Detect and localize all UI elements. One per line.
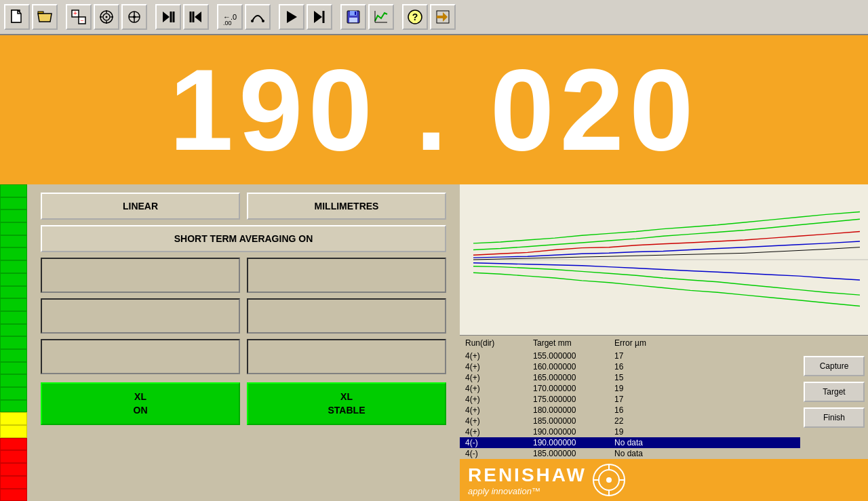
cell-error: 22 bbox=[614, 416, 696, 426]
cell-error: No data bbox=[614, 449, 696, 458]
right-panel: +25 -25 bbox=[460, 184, 868, 501]
cell-error: No data bbox=[614, 438, 696, 447]
gauge-segment-20 bbox=[0, 438, 27, 451]
svg-text:?: ? bbox=[412, 12, 418, 22]
header-error: Error µm bbox=[614, 338, 696, 348]
gauge-segment-18 bbox=[0, 412, 27, 425]
averaging-button[interactable]: SHORT TERM AVERAGING ON bbox=[41, 225, 446, 252]
table-row[interactable]: 4(+)160.00000016 bbox=[460, 361, 800, 372]
header-run: Run(dir) bbox=[465, 338, 533, 348]
linear-button[interactable]: LINEAR bbox=[41, 193, 240, 220]
cell-error: 19 bbox=[614, 384, 696, 393]
xl-on-label: XL bbox=[49, 390, 232, 404]
help-button[interactable]: ? bbox=[402, 4, 428, 30]
gauge-segment-14 bbox=[0, 362, 27, 375]
crosshair-button[interactable] bbox=[121, 4, 147, 30]
cell-run: 4(+) bbox=[465, 373, 533, 382]
cell-error: 16 bbox=[614, 405, 696, 415]
table-row[interactable]: 4(+)155.00000017 bbox=[460, 350, 800, 361]
cell-run: 4(-) bbox=[465, 449, 533, 458]
table-body[interactable]: 4(+)155.000000174(+)160.000000164(+)165.… bbox=[460, 350, 800, 459]
gauge-segment-10 bbox=[0, 311, 27, 324]
svg-text:.00: .00 bbox=[223, 20, 232, 25]
plusminus-button[interactable]: + − bbox=[66, 4, 92, 30]
cell-error: 17 bbox=[614, 351, 696, 361]
svg-marker-17 bbox=[163, 12, 170, 22]
gauge-segment-2 bbox=[0, 209, 27, 222]
xl-stable-label: XL bbox=[255, 390, 438, 404]
target-button[interactable] bbox=[94, 4, 119, 30]
gauge-segment-15 bbox=[0, 374, 27, 387]
table-row[interactable]: 4(+)165.00000015 bbox=[460, 372, 800, 383]
table-row[interactable]: 4(+)175.00000017 bbox=[460, 394, 800, 405]
svg-point-16 bbox=[133, 16, 136, 18]
table-row[interactable]: 4(+)185.00000022 bbox=[460, 416, 800, 426]
gauge-segment-21 bbox=[0, 450, 27, 463]
run1-button[interactable] bbox=[155, 4, 181, 30]
cell-run: 4(+) bbox=[465, 351, 533, 361]
finish-button[interactable]: Finish bbox=[804, 407, 865, 428]
table-body-wrapper: 4(+)155.000000174(+)160.000000164(+)165.… bbox=[460, 350, 868, 459]
gauge-segment-13 bbox=[0, 349, 27, 362]
chart-area: +25 -25 bbox=[460, 184, 868, 336]
gauge-segment-17 bbox=[0, 400, 27, 413]
gauge-segment-19 bbox=[0, 425, 27, 438]
cell-run: 4(+) bbox=[465, 395, 533, 404]
cell-target: 185.000000 bbox=[533, 449, 614, 458]
table-row[interactable]: 4(+)170.00000019 bbox=[460, 383, 800, 394]
run2-button[interactable] bbox=[183, 4, 209, 30]
cell-run: 4(+) bbox=[465, 427, 533, 437]
table-row[interactable]: 4(-)185.000000No data bbox=[460, 448, 800, 459]
empty-box-2 bbox=[247, 258, 446, 293]
table-header: Run(dir) Target mm Error µm bbox=[460, 336, 868, 350]
chart-button[interactable] bbox=[368, 4, 394, 30]
new-button[interactable] bbox=[4, 4, 30, 30]
target-action-button[interactable]: Target bbox=[804, 382, 865, 402]
play-button[interactable] bbox=[279, 4, 304, 30]
gauge-segment-8 bbox=[0, 286, 27, 299]
open-button[interactable] bbox=[32, 4, 58, 30]
gauge-segment-22 bbox=[0, 463, 27, 476]
cell-target: 180.000000 bbox=[533, 405, 614, 415]
gauge-segment-12 bbox=[0, 336, 27, 349]
svg-point-25 bbox=[251, 20, 254, 22]
curve-button[interactable] bbox=[245, 4, 271, 30]
xl-on-button[interactable]: XL ON bbox=[41, 382, 240, 425]
gauge-bar bbox=[0, 184, 27, 501]
play-end-button[interactable] bbox=[307, 4, 332, 30]
svg-rect-32 bbox=[349, 18, 357, 22]
save-button[interactable] bbox=[340, 4, 366, 30]
exit-button[interactable] bbox=[430, 4, 456, 30]
content-area: LINEAR MILLIMETRES SHORT TERM AVERAGING … bbox=[0, 184, 868, 501]
cell-target: 190.000000 bbox=[533, 438, 614, 447]
renishaw-tagline: apply innovation™ bbox=[468, 486, 587, 496]
cell-run: 4(-) bbox=[465, 438, 533, 447]
gauge-segment-1 bbox=[0, 197, 27, 210]
cell-error: 19 bbox=[614, 427, 696, 437]
chart-svg bbox=[460, 184, 868, 335]
left-panel: LINEAR MILLIMETRES SHORT TERM AVERAGING … bbox=[27, 184, 460, 501]
measurement-value: 190 . 020 bbox=[170, 52, 699, 167]
empty-box-6 bbox=[247, 339, 446, 374]
cell-target: 170.000000 bbox=[533, 384, 614, 393]
arrow-button[interactable]: ←.0 .00 bbox=[217, 4, 243, 30]
cell-error: 17 bbox=[614, 395, 696, 404]
table-row[interactable]: 4(-)190.000000No data bbox=[460, 437, 800, 448]
renishaw-name: RENISHAW bbox=[468, 464, 587, 486]
millimetres-button[interactable]: MILLIMETRES bbox=[247, 193, 446, 220]
table-row[interactable]: 4(+)180.00000016 bbox=[460, 405, 800, 416]
renishaw-icon-svg bbox=[592, 463, 626, 497]
cell-run: 4(+) bbox=[465, 362, 533, 372]
gauge-segment-4 bbox=[0, 235, 27, 248]
table-row[interactable]: 4(+)190.00000019 bbox=[460, 426, 800, 437]
svg-text:−: − bbox=[80, 17, 83, 24]
cell-run: 4(+) bbox=[465, 416, 533, 426]
empty-box-4 bbox=[247, 298, 446, 334]
renishaw-logo: RENISHAW apply innovation™ bbox=[468, 464, 587, 496]
gauge-segment-0 bbox=[0, 184, 27, 197]
capture-button[interactable]: Capture bbox=[804, 356, 865, 376]
xl-stable-button[interactable]: XL STABLE bbox=[247, 382, 446, 425]
svg-point-8 bbox=[106, 16, 108, 18]
gauge-segment-3 bbox=[0, 222, 27, 235]
svg-marker-27 bbox=[287, 11, 297, 23]
